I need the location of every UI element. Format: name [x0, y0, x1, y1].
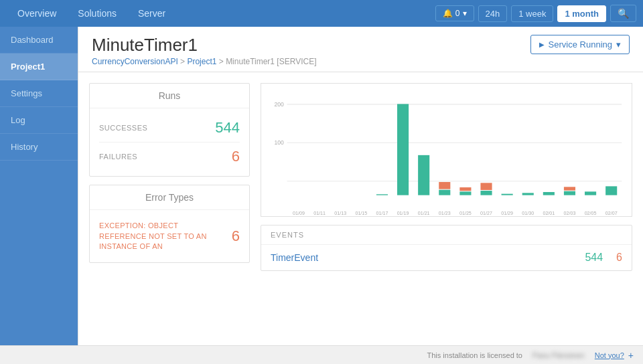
search-button[interactable]: 🔍: [610, 5, 636, 22]
bell-icon: 🔔: [443, 9, 453, 18]
time-1month-button[interactable]: 1 month: [557, 5, 606, 22]
events-section: EVENTS TimerEvent 544 6: [261, 225, 632, 271]
failures-label: FAILURES: [99, 153, 137, 161]
bell-dropdown-icon: ▾: [463, 9, 467, 18]
nav-overview[interactable]: Overview: [7, 0, 67, 27]
time-1week-button[interactable]: 1 week: [511, 5, 553, 22]
error-panel-body: EXCEPTION: OBJECT REFERENCE NOT SET TO A…: [90, 210, 249, 262]
runs-panel-title: Runs: [90, 84, 249, 108]
nav-right: 🔔 0 ▾ 24h 1 week 1 month 🔍: [435, 5, 636, 22]
nav-items: Overview Solutions Server: [7, 0, 435, 27]
nav-server[interactable]: Server: [127, 0, 176, 27]
chart-container: 200 100 01/0901/1101/1301/1501/1701/1901…: [261, 83, 632, 217]
chart-canvas: [261, 84, 632, 216]
event-failure-count: 6: [616, 252, 622, 264]
play-icon: ▶: [539, 41, 545, 48]
footer-text: This installation is licensed to: [427, 351, 522, 359]
sidebar: Dashboard Project1 Settings Log History: [0, 27, 78, 345]
successes-row: SUCCESSES 544: [99, 114, 240, 143]
service-status-label: Service Running: [549, 39, 612, 50]
not-you-link[interactable]: Not you?: [595, 351, 624, 359]
right-area: 200 100 01/0901/1101/1301/1501/1701/1901…: [261, 83, 632, 271]
main-content: MinuteTimer1 CurrencyConversionAPI > Pro…: [78, 27, 643, 345]
failures-row: FAILURES 6: [99, 143, 240, 171]
content-area: Runs SUCCESSES 544 FAILURES 6 Er: [78, 72, 643, 282]
time-24h-button[interactable]: 24h: [478, 5, 508, 22]
bell-button[interactable]: 🔔 0 ▾: [435, 5, 474, 21]
breadcrumb-project[interactable]: Project1: [187, 57, 216, 66]
page-header: MinuteTimer1 CurrencyConversionAPI > Pro…: [78, 27, 643, 72]
footer-user: Panu Pärssinen: [532, 351, 585, 359]
footer: This installation is licensed to Panu Pä…: [0, 345, 643, 364]
page-title: MinuteTimer1: [92, 35, 317, 56]
top-nav: Overview Solutions Server 🔔 0 ▾ 24h 1 we…: [0, 0, 643, 27]
error-panel: Error Types EXCEPTION: OBJECT REFERENCE …: [89, 185, 250, 263]
sidebar-item-log[interactable]: Log: [0, 107, 78, 134]
successes-label: SUCCESSES: [99, 124, 147, 132]
nav-solutions[interactable]: Solutions: [67, 0, 127, 27]
error-panel-title: Error Types: [90, 185, 249, 210]
failures-value: 6: [232, 148, 240, 165]
breadcrumb-sep1: >: [180, 57, 187, 66]
sidebar-item-settings[interactable]: Settings: [0, 80, 78, 107]
runs-panel: Runs SUCCESSES 544 FAILURES 6: [89, 83, 250, 177]
event-success-count: 544: [585, 252, 603, 264]
layout: Dashboard Project1 Settings Log History …: [0, 27, 643, 345]
successes-value: 544: [215, 119, 240, 136]
sidebar-item-history[interactable]: History: [0, 134, 78, 161]
breadcrumb-api[interactable]: CurrencyConversionAPI: [92, 57, 178, 66]
breadcrumb-sep2: >: [219, 57, 226, 66]
events-header: EVENTS: [261, 225, 632, 245]
event-name[interactable]: TimerEvent: [271, 252, 318, 263]
left-panels: Runs SUCCESSES 544 FAILURES 6 Er: [89, 83, 250, 271]
add-icon[interactable]: +: [628, 350, 634, 361]
error-description: EXCEPTION: OBJECT REFERENCE NOT SET TO A…: [99, 221, 213, 252]
breadcrumb: CurrencyConversionAPI > Project1 > Minut…: [92, 57, 317, 66]
events-row: TimerEvent 544 6: [261, 245, 632, 270]
bell-count: 0: [455, 9, 460, 18]
error-count: 6: [232, 227, 240, 245]
runs-panel-body: SUCCESSES 544 FAILURES 6: [90, 108, 249, 176]
dropdown-arrow-icon: ▾: [616, 39, 621, 50]
event-counts: 544 6: [585, 252, 622, 264]
breadcrumb-service: MinuteTimer1 [SERVICE]: [226, 57, 316, 66]
error-row: EXCEPTION: OBJECT REFERENCE NOT SET TO A…: [99, 215, 240, 257]
sidebar-item-project1[interactable]: Project1: [0, 54, 78, 80]
sidebar-item-dashboard[interactable]: Dashboard: [0, 27, 78, 54]
service-running-button[interactable]: ▶ Service Running ▾: [530, 35, 630, 54]
